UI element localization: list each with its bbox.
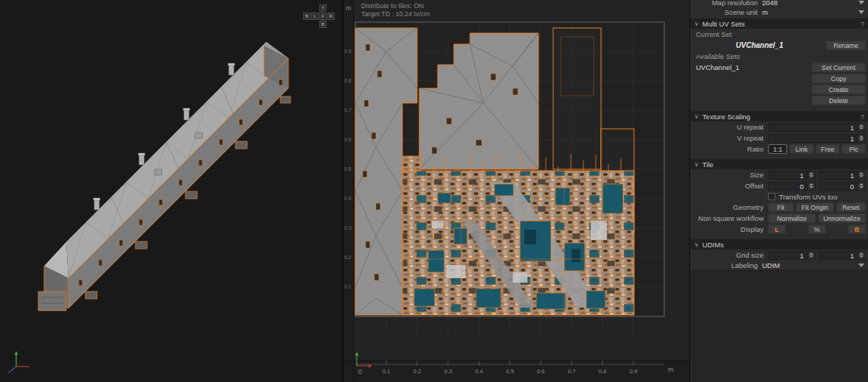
offset-u-input[interactable]: 0 xyxy=(768,182,816,191)
rename-button[interactable]: Rename xyxy=(826,40,866,50)
offset-u-value[interactable]: 0 xyxy=(769,183,807,190)
grid-size-u-input[interactable]: 1 xyxy=(768,251,816,260)
v-repeat-label: V repeat xyxy=(693,134,768,142)
size-v-input[interactable]: 1 xyxy=(819,171,867,180)
x-tick-label: 0.5 xyxy=(506,368,513,375)
delete-button[interactable]: Delete xyxy=(811,96,866,105)
section-udims[interactable]: ∨ UDIMs xyxy=(690,239,868,250)
target-td-status: Target TD : 10.24 tx/cm xyxy=(361,10,430,18)
section-tile[interactable]: ∨ Tile xyxy=(690,159,868,169)
uv-editor-viewport[interactable]: Distribute to tiles: ON Target TD : 10.2… xyxy=(344,0,690,382)
spinner-icon[interactable] xyxy=(857,252,865,259)
y-tick-label: 0.4 xyxy=(344,196,352,201)
v-repeat-value[interactable]: 1 xyxy=(769,135,857,142)
transform-uvs-checkbox[interactable] xyxy=(768,193,775,200)
grid-size-label: Grid size xyxy=(693,251,768,259)
grid-size-v-input[interactable]: 1 xyxy=(819,251,867,260)
section-title: Tile xyxy=(702,160,714,169)
x-tick-label: 0.1 xyxy=(383,368,390,375)
spinner-icon[interactable] xyxy=(807,171,815,179)
v-repeat-input[interactable]: 1 xyxy=(768,134,866,143)
unnormalize-button[interactable]: Unnormalize xyxy=(818,213,866,223)
viewcube[interactable]: T B L F R B xyxy=(303,4,335,28)
3d-viewport[interactable]: T B L F R B xyxy=(0,0,344,382)
spinner-icon[interactable] xyxy=(857,124,865,131)
display-border-button[interactable]: B xyxy=(848,224,866,234)
offset-v-value[interactable]: 0 xyxy=(819,183,858,190)
section-texture-scaling[interactable]: ∨ Texture Scaling ? xyxy=(690,111,868,121)
fit-button[interactable]: Fit xyxy=(768,202,794,212)
scene-unit-dropdown[interactable]: m xyxy=(762,8,858,16)
uv-set-list-item[interactable]: UVChannel_1 xyxy=(696,63,805,71)
set-current-button[interactable]: Set Current xyxy=(811,63,866,72)
section-title: Texture Scaling xyxy=(702,113,750,121)
display-label: Display xyxy=(693,225,768,233)
offset-v-input[interactable]: 0 xyxy=(819,182,867,191)
viewcube-front[interactable]: F xyxy=(319,13,327,20)
3d-axis-gizmo-icon xyxy=(8,351,29,373)
uv-set-list[interactable]: UVChannel_1 xyxy=(691,62,810,106)
building-3d-model xyxy=(0,0,342,382)
x-tick-label: 0.3 xyxy=(444,368,452,375)
spinner-icon[interactable] xyxy=(857,171,865,179)
ratio-link-button[interactable]: Link xyxy=(789,144,814,154)
chevron-down-icon[interactable] xyxy=(858,1,864,4)
copy-button[interactable]: Copy xyxy=(811,74,866,83)
u-repeat-input[interactable]: 1 xyxy=(768,123,866,132)
reset-button[interactable]: Reset xyxy=(836,202,866,212)
collapse-caret-icon[interactable]: ∨ xyxy=(694,161,699,168)
section-multi-uv-sets[interactable]: ∨ Multi UV Sets ? xyxy=(690,18,868,29)
spinner-icon[interactable] xyxy=(807,252,815,259)
size-u-input[interactable]: 1 xyxy=(768,171,816,180)
x-tick-label: 0.8 xyxy=(599,368,606,375)
available-sets-label: Available Sets xyxy=(690,51,868,61)
create-button[interactable]: Create xyxy=(811,85,866,94)
collapse-caret-icon[interactable]: ∨ xyxy=(694,113,699,120)
chevron-down-icon[interactable] xyxy=(858,10,864,14)
size-label: Size xyxy=(693,171,768,179)
ratio-label: Ratio xyxy=(693,145,768,153)
uv-shell-dense-region[interactable] xyxy=(402,151,634,315)
grid-size-u-value[interactable]: 1 xyxy=(769,252,807,259)
y-tick-label: 0.1 xyxy=(344,284,352,289)
spinner-icon[interactable] xyxy=(857,183,865,190)
y-tick-label: 0.3 xyxy=(344,225,352,230)
spinner-icon[interactable] xyxy=(857,135,865,142)
viewcube-top[interactable]: T xyxy=(319,4,327,12)
chevron-down-icon[interactable] xyxy=(858,263,864,267)
display-local-button[interactable]: L xyxy=(768,224,786,234)
size-u-value[interactable]: 1 xyxy=(769,171,807,179)
y-tick-label: 0.2 xyxy=(344,255,352,260)
map-resolution-dropdown[interactable]: 2048 xyxy=(762,0,858,7)
collapse-caret-icon[interactable]: ∨ xyxy=(694,21,699,27)
labeling-row: Labeling UDIM xyxy=(690,261,868,270)
viewcube-back[interactable]: B xyxy=(303,13,310,20)
viewcube-left[interactable]: L xyxy=(311,13,319,20)
u-repeat-value[interactable]: 1 xyxy=(769,124,857,131)
distribute-tiles-status: Distribute to tiles: ON xyxy=(361,2,424,10)
collapse-caret-icon[interactable]: ∨ xyxy=(694,241,699,248)
viewcube-right[interactable]: R xyxy=(327,13,335,20)
uv-options-panel: Map resolution 2048 Scene unit m ∨ Multi… xyxy=(690,0,868,382)
x-tick-label: 0.7 xyxy=(568,368,575,375)
normalize-button[interactable]: Normalize xyxy=(768,213,816,223)
ratio-1-1-button[interactable]: 1:1 xyxy=(768,144,787,154)
spinner-icon[interactable] xyxy=(807,183,815,190)
labeling-dropdown[interactable]: UDIM xyxy=(762,261,858,269)
ratio-free-button[interactable]: Free xyxy=(816,144,840,154)
section-title: UDIMs xyxy=(702,241,724,249)
ratio-pic-button[interactable]: Pic xyxy=(842,144,866,154)
viewcube-bottom[interactable]: B xyxy=(319,21,327,28)
x-tick-label: 0.6 xyxy=(537,368,544,375)
help-icon[interactable]: ? xyxy=(861,113,864,121)
fit-origin-button[interactable]: Fit Origin xyxy=(796,202,834,212)
y-tick-label: 0.8 xyxy=(344,78,352,83)
grid-size-v-value[interactable]: 1 xyxy=(819,252,858,259)
rizomuv-window: T B L F R B xyxy=(0,0,868,382)
help-icon[interactable]: ? xyxy=(861,20,864,28)
size-v-value[interactable]: 1 xyxy=(819,171,858,179)
x-tick-label: 0.4 xyxy=(475,368,483,375)
display-percent-button[interactable]: % xyxy=(808,224,826,234)
uv-canvas[interactable] xyxy=(344,0,689,382)
scene-unit-row: Scene unit m xyxy=(690,7,868,17)
